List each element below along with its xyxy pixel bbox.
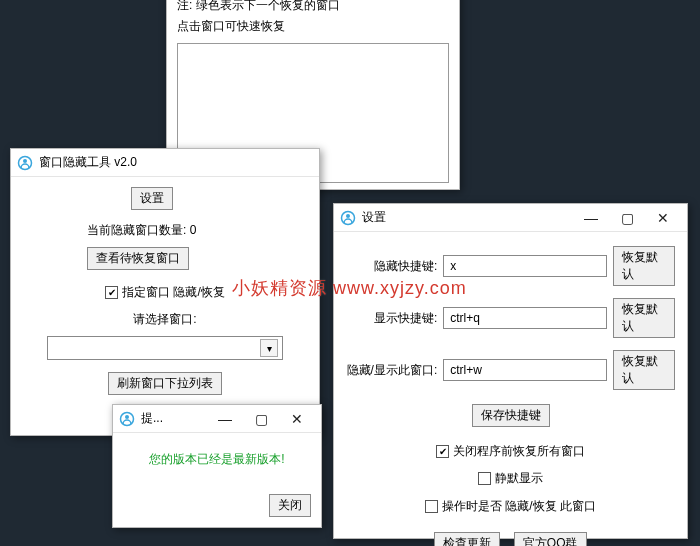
window-select[interactable]: ▾ bbox=[47, 336, 283, 360]
prompt-titlebar: 提... — ▢ ✕ bbox=[113, 405, 321, 433]
save-hotkeys-button[interactable]: 保存快捷键 bbox=[472, 404, 550, 427]
close-icon[interactable]: ✕ bbox=[279, 407, 315, 431]
toggle-hotkey-label: 隐藏/显示此窗口: bbox=[346, 362, 437, 379]
reset-show-button[interactable]: 恢复默认 bbox=[613, 298, 675, 338]
note-text: 注: 绿色表示下一个恢复的窗口 bbox=[177, 0, 449, 14]
toggle-hotkey-input[interactable] bbox=[443, 359, 607, 381]
check-icon: ✔ bbox=[105, 286, 118, 299]
minimize-button[interactable]: — bbox=[207, 407, 243, 431]
restore-all-checkbox[interactable]: ✔ 关闭程序前恢复所有窗口 bbox=[436, 443, 585, 460]
prompt-message: 您的版本已经是最新版本! bbox=[123, 451, 311, 468]
check-icon bbox=[425, 500, 438, 513]
svg-point-3 bbox=[125, 415, 129, 419]
specify-window-label: 指定窗口 隐藏/恢复 bbox=[122, 284, 225, 301]
restore-all-label: 关闭程序前恢复所有窗口 bbox=[453, 443, 585, 460]
main-window: 窗口隐藏工具 v2.0 设置 当前隐藏窗口数量: 0 查看待恢复窗口 ✔ 指定窗… bbox=[10, 148, 320, 436]
svg-point-5 bbox=[346, 214, 350, 218]
prompt-window: 提... — ▢ ✕ 您的版本已经是最新版本! 关闭 bbox=[112, 404, 322, 528]
reset-toggle-button[interactable]: 恢复默认 bbox=[613, 350, 675, 390]
close-icon[interactable]: ✕ bbox=[645, 206, 681, 230]
app-icon bbox=[119, 411, 135, 427]
prompt-close-button[interactable]: 关闭 bbox=[269, 494, 311, 517]
check-update-button[interactable]: 检查更新 bbox=[434, 532, 500, 546]
settings-title: 设置 bbox=[362, 209, 386, 226]
hint-text: 点击窗口可快速恢复 bbox=[177, 18, 449, 35]
prompt-title: 提... bbox=[141, 410, 163, 427]
silent-checkbox[interactable]: 静默显示 bbox=[478, 470, 543, 487]
show-hotkey-input[interactable] bbox=[443, 307, 607, 329]
check-icon: ✔ bbox=[436, 445, 449, 458]
hidden-count-label: 当前隐藏窗口数量: 0 bbox=[87, 222, 299, 239]
settings-titlebar: 设置 — ▢ ✕ bbox=[334, 204, 687, 232]
maximize-button[interactable]: ▢ bbox=[243, 407, 279, 431]
silent-label: 静默显示 bbox=[495, 470, 543, 487]
app-icon bbox=[17, 155, 33, 171]
reset-hide-button[interactable]: 恢复默认 bbox=[613, 246, 675, 286]
check-icon bbox=[478, 472, 491, 485]
show-hotkey-label: 显示快捷键: bbox=[346, 310, 437, 327]
app-icon bbox=[340, 210, 356, 226]
view-pending-button[interactable]: 查看待恢复窗口 bbox=[87, 247, 189, 270]
select-window-label: 请选择窗口: bbox=[31, 311, 299, 328]
minimize-button[interactable]: — bbox=[573, 206, 609, 230]
main-title: 窗口隐藏工具 v2.0 bbox=[39, 154, 137, 171]
operate-checkbox[interactable]: 操作时是否 隐藏/恢复 此窗口 bbox=[425, 498, 596, 515]
settings-button[interactable]: 设置 bbox=[131, 187, 173, 210]
refresh-dropdown-button[interactable]: 刷新窗口下拉列表 bbox=[108, 372, 222, 395]
specify-window-checkbox[interactable]: ✔ 指定窗口 隐藏/恢复 bbox=[105, 284, 225, 301]
hide-hotkey-label: 隐藏快捷键: bbox=[346, 258, 437, 275]
qq-group-button[interactable]: 官方QQ群 bbox=[514, 532, 587, 546]
settings-window: 设置 — ▢ ✕ 隐藏快捷键: 恢复默认 显示快捷键: 恢复默认 隐藏/显示此窗… bbox=[333, 203, 688, 539]
main-titlebar: 窗口隐藏工具 v2.0 bbox=[11, 149, 319, 177]
operate-label: 操作时是否 隐藏/恢复 此窗口 bbox=[442, 498, 596, 515]
chevron-down-icon: ▾ bbox=[260, 339, 278, 357]
hide-hotkey-input[interactable] bbox=[443, 255, 607, 277]
svg-point-1 bbox=[23, 159, 27, 163]
maximize-button[interactable]: ▢ bbox=[609, 206, 645, 230]
